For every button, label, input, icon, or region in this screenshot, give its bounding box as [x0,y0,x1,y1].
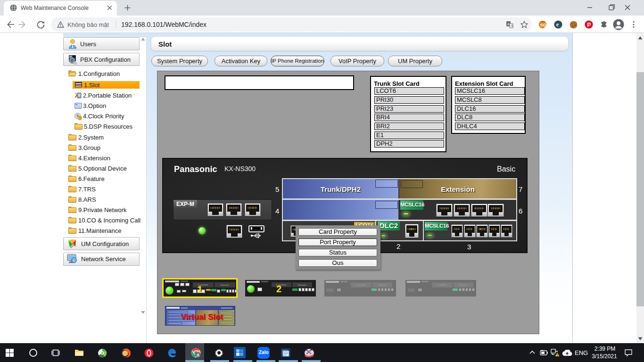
svg-text:SQ: SQ [540,23,546,27]
svg-text:P: P [587,22,591,28]
svg-text:文: 文 [511,24,514,27]
svg-text:e: e [556,21,559,28]
svg-text:?: ? [79,116,81,120]
